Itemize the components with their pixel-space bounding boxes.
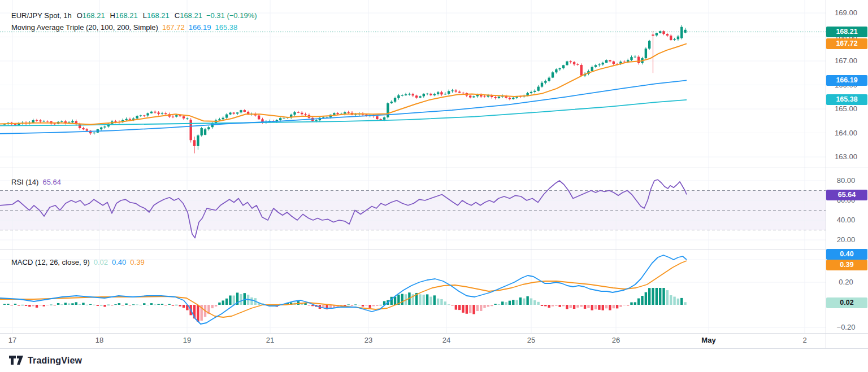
rsi-tick: 40.00 — [826, 216, 866, 225]
ohlc-values: O168.21H168.21L168.21C168.21 — [72, 11, 202, 20]
symbol-title[interactable]: EUR/JPY Spot, 1h — [11, 11, 72, 20]
price-tick: 167.00 — [826, 56, 866, 65]
x-axis-label: 24 — [442, 336, 450, 344]
tradingview-wordmark[interactable]: TradingView — [28, 356, 82, 366]
ohlc-key: C — [175, 11, 180, 20]
ohlc-key: L — [143, 11, 147, 20]
x-axis-label: 23 — [364, 336, 372, 344]
ohlc-value: 168.21 — [83, 11, 105, 20]
footer: TradingView — [0, 349, 868, 372]
macd-values: 0.020.400.39 — [90, 258, 145, 266]
price-badge: 168.21 — [826, 27, 867, 37]
x-axis-label: May — [701, 336, 715, 344]
x-axis-label: 19 — [183, 336, 191, 344]
macd-badge: 0.02 — [826, 297, 867, 308]
x-axis-label: 21 — [266, 336, 274, 344]
ohlc-key: O — [77, 11, 83, 20]
macd-badge: 0.39 — [826, 260, 867, 270]
x-axis-label: 18 — [96, 336, 103, 344]
change-value: −0.31 (−0.19%) — [206, 11, 257, 20]
rsi-indicator-label[interactable]: RSI (14) — [11, 178, 38, 186]
ma-legend: Moving Average Triple (20, 100, 200, Sim… — [11, 23, 237, 32]
price-badge: 165.38 — [826, 94, 867, 105]
price-badge: 166.19 — [826, 75, 867, 86]
price-tick: 169.00 — [826, 8, 866, 17]
ohlc-value: 168.21 — [147, 11, 170, 20]
rsi-badge: 65.64 — [826, 190, 867, 200]
macd-tick: 0.20 — [826, 278, 866, 287]
rsi-tick: 20.00 — [826, 235, 866, 244]
price-badge: 167.72 — [826, 38, 867, 49]
ma-values: 167.72166.19165.38 — [158, 23, 237, 32]
macd-indicator-label[interactable]: MACD (12, 26, close, 9) — [11, 258, 90, 266]
macd-badge: 0.40 — [826, 249, 867, 260]
price-tick: 165.00 — [826, 104, 866, 113]
ma-value: 165.38 — [215, 23, 237, 32]
ma200-line — [0, 100, 687, 126]
ma-value: 167.72 — [162, 23, 185, 32]
price-tick: 164.00 — [826, 129, 866, 138]
x-axis-label: 17 — [8, 336, 16, 344]
ma-value: 166.19 — [189, 23, 211, 32]
ohlc-key: H — [110, 11, 115, 20]
candlestick-series — [3, 25, 687, 153]
ma100-line — [0, 80, 687, 133]
rsi-value: 65.64 — [42, 178, 61, 186]
macd-legend: MACD (12, 26, close, 9)0.020.400.39 — [11, 258, 145, 266]
ohlc-value: 168.21 — [115, 11, 138, 20]
grid — [0, 0, 826, 333]
x-axis-label: 26 — [612, 336, 620, 344]
ma-indicator-label[interactable]: Moving Average Triple (20, 100, 200, Sim… — [11, 23, 158, 32]
price-tick: 163.00 — [826, 152, 866, 161]
tradingview-logo-icon[interactable] — [9, 356, 24, 365]
macd-histogram — [3, 288, 687, 322]
symbol-legend: EUR/JPY Spot, 1hO168.21H168.21L168.21C16… — [11, 11, 257, 20]
macd-value: 0.39 — [130, 258, 144, 266]
signal-line — [0, 261, 687, 317]
x-axis-label: 25 — [527, 336, 535, 344]
macd-tick: −0.20 — [826, 323, 866, 332]
ma20-line — [0, 43, 687, 124]
ohlc-value: 168.21 — [180, 11, 202, 20]
chart-canvas[interactable] — [0, 0, 868, 349]
x-axis-label: 2 — [802, 336, 806, 344]
tradingview-chart: { "header": { "symbol": "EUR/JPY Spot, 1… — [0, 0, 868, 372]
rsi-tick: 80.00 — [826, 176, 866, 185]
rsi-legend: RSI (14)65.64 — [11, 178, 61, 186]
macd-value: 0.02 — [94, 258, 108, 266]
macd-value: 0.40 — [112, 258, 126, 266]
